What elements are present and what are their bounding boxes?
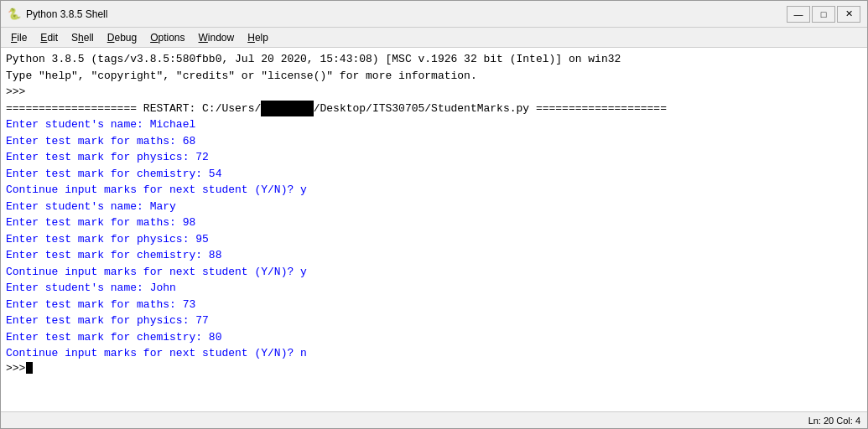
menu-file[interactable]: File: [4, 28, 34, 47]
python-version-line: Python 3.8.5 (tags/v3.8.5:580fbb0, Jul 2…: [6, 51, 862, 68]
app-icon: 🐍: [8, 8, 21, 21]
output-line-11: Enter student's name: John: [6, 280, 862, 297]
status-bar: Ln: 20 Col: 4: [1, 411, 867, 428]
output-line-14: Enter test mark for chemistry: 80: [6, 329, 862, 346]
title-bar: 🐍 Python 3.8.5 Shell — □ ✕: [1, 1, 867, 28]
window-controls: — □ ✕: [787, 6, 860, 23]
output-line-6: Enter student's name: Mary: [6, 199, 862, 215]
menu-edit[interactable]: Edit: [34, 28, 65, 47]
menu-bar: File Edit Shell Debug Options Window Hel…: [1, 28, 867, 48]
output-line-15: Continue input marks for next student (Y…: [6, 345, 862, 362]
python-info-line: Type "help", "copyright", "credits" or "…: [6, 68, 862, 85]
maximize-button[interactable]: □: [812, 6, 835, 23]
menu-debug[interactable]: Debug: [101, 28, 143, 47]
cursor: [26, 362, 33, 374]
output-line-1: Enter student's name: Michael: [6, 116, 862, 133]
window-title: Python 3.8.5 Shell: [26, 8, 787, 20]
output-line-3: Enter test mark for physics: 72: [6, 149, 862, 166]
output-line-8: Enter test mark for physics: 95: [6, 231, 862, 248]
restart-line: ==================== RESTART: C:/Users/█…: [6, 101, 862, 117]
menu-window[interactable]: Window: [192, 28, 242, 47]
prompt-text: >>>: [6, 362, 25, 375]
main-window: 🐍 Python 3.8.5 Shell — □ ✕ File Edit She…: [0, 0, 868, 429]
close-button[interactable]: ✕: [837, 6, 860, 23]
output-line-12: Enter test mark for maths: 73: [6, 297, 862, 313]
output-line-10: Continue input marks for next student (Y…: [6, 264, 862, 281]
shell-content[interactable]: Python 3.8.5 (tags/v3.8.5:580fbb0, Jul 2…: [1, 48, 867, 411]
output-line-4: Enter test mark for chemistry: 54: [6, 166, 862, 183]
menu-shell[interactable]: Shell: [65, 28, 101, 47]
output-line-2: Enter test mark for maths: 68: [6, 133, 862, 150]
output-line-5: Continue input marks for next student (Y…: [6, 182, 862, 199]
minimize-button[interactable]: —: [787, 6, 810, 23]
output-line-7: Enter test mark for maths: 98: [6, 214, 862, 231]
menu-options[interactable]: Options: [143, 28, 191, 47]
output-line-9: Enter test mark for chemistry: 88: [6, 247, 862, 264]
redacted-username: ████████: [261, 101, 313, 117]
final-prompt[interactable]: >>>: [6, 362, 862, 375]
menu-help[interactable]: Help: [241, 28, 275, 47]
status-text: Ln: 20 Col: 4: [808, 416, 860, 426]
initial-prompt: >>>: [6, 84, 862, 101]
output-line-13: Enter test mark for physics: 77: [6, 313, 862, 329]
